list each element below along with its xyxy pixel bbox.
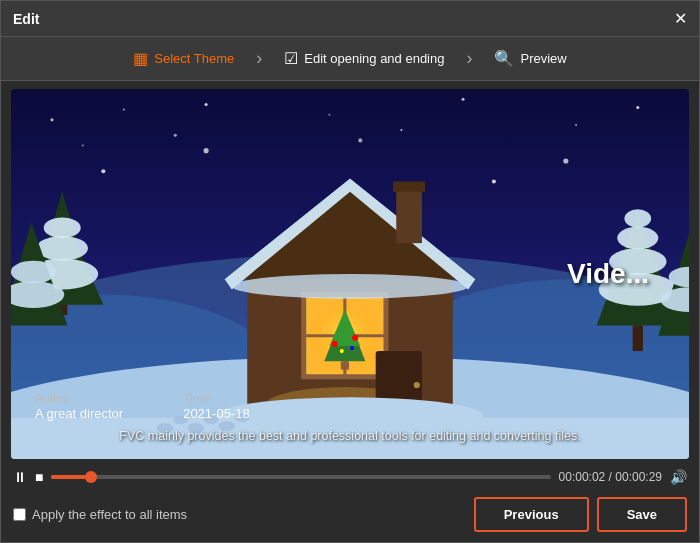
apply-all-label: Apply the effect to all items bbox=[32, 507, 187, 522]
video-preview: Vide... Author: A great director Time: 2… bbox=[11, 89, 689, 459]
stop-button[interactable]: ■ bbox=[35, 469, 43, 485]
close-button[interactable]: ✕ bbox=[674, 11, 687, 27]
tab-bar: ▦ Select Theme › ☑ Edit opening and endi… bbox=[1, 37, 699, 81]
progress-thumb[interactable] bbox=[85, 471, 97, 483]
author-label: Author: bbox=[35, 392, 123, 406]
volume-icon[interactable]: 🔊 bbox=[670, 469, 687, 485]
edit-window: Edit ✕ ▦ Select Theme › ☑ Edit opening a… bbox=[0, 0, 700, 543]
controls-area: ⏸ ■ 00:00:02 / 00:00:29 🔊 bbox=[1, 463, 699, 489]
tab-separator-1: › bbox=[252, 48, 266, 69]
action-buttons: Previous Save bbox=[474, 497, 687, 532]
time-display: 00:00:02 / 00:00:29 bbox=[559, 470, 662, 484]
theme-icon: ▦ bbox=[133, 49, 148, 68]
bottom-bar: Apply the effect to all items Previous S… bbox=[1, 489, 699, 542]
playback-row: ⏸ ■ 00:00:02 / 00:00:29 🔊 bbox=[13, 469, 687, 485]
current-time: 00:00:02 bbox=[559, 470, 606, 484]
apply-all-checkbox-area: Apply the effect to all items bbox=[13, 507, 187, 522]
time-label: Time: bbox=[183, 392, 250, 406]
tab-preview-label: Preview bbox=[520, 51, 566, 66]
preview-icon: 🔍 bbox=[494, 49, 514, 68]
tab-preview[interactable]: 🔍 Preview bbox=[476, 41, 584, 76]
window-title: Edit bbox=[13, 11, 39, 27]
video-overlay: Vide... Author: A great director Time: 2… bbox=[11, 89, 689, 459]
pause-button[interactable]: ⏸ bbox=[13, 469, 27, 485]
tab-select-theme-label: Select Theme bbox=[154, 51, 234, 66]
author-meta: Author: A great director bbox=[35, 392, 123, 421]
progress-bar[interactable] bbox=[51, 475, 550, 479]
title-bar: Edit ✕ bbox=[1, 1, 699, 37]
tab-edit-opening[interactable]: ☑ Edit opening and ending bbox=[266, 41, 462, 76]
time-meta: Time: 2021-05-18 bbox=[183, 392, 250, 421]
video-title: Vide... bbox=[567, 258, 649, 290]
edit-icon: ☑ bbox=[284, 49, 298, 68]
video-meta: Author: A great director Time: 2021-05-1… bbox=[35, 392, 665, 421]
time-value: 2021-05-18 bbox=[183, 406, 250, 421]
tab-separator-2: › bbox=[462, 48, 476, 69]
save-button[interactable]: Save bbox=[597, 497, 687, 532]
total-time: 00:00:29 bbox=[615, 470, 662, 484]
author-value: A great director bbox=[35, 406, 123, 421]
video-description: FVC mainly provides the best and profess… bbox=[35, 429, 665, 443]
tab-select-theme[interactable]: ▦ Select Theme bbox=[115, 41, 252, 76]
tab-edit-opening-label: Edit opening and ending bbox=[304, 51, 444, 66]
previous-button[interactable]: Previous bbox=[474, 497, 589, 532]
apply-all-checkbox[interactable] bbox=[13, 508, 26, 521]
